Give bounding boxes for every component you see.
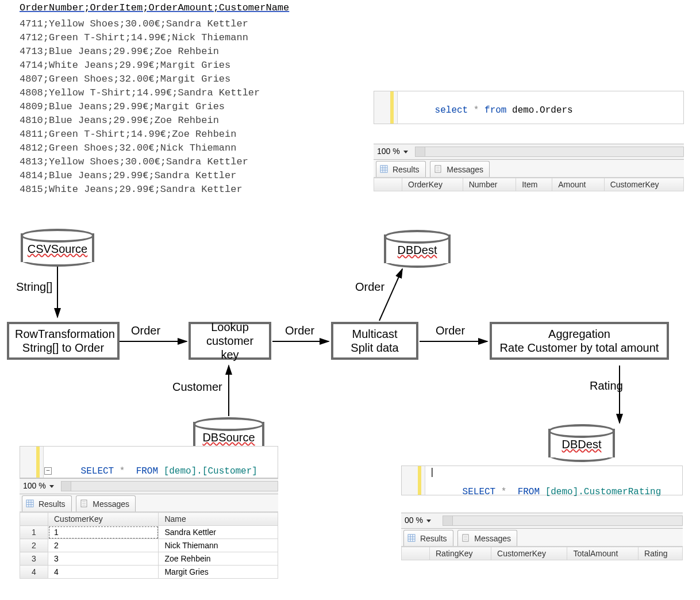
dropdown-icon[interactable] xyxy=(426,520,431,522)
customer-grid[interactable]: CustomerKeyName11Sandra Kettler22Nick Th… xyxy=(20,512,278,579)
dbdest-orders-node: DBDest xyxy=(384,230,451,268)
aggregation-l2: Rate Customer by total amount xyxy=(498,341,661,355)
csvsource-node: CSVSource xyxy=(21,229,94,267)
lookup-l2: customer key xyxy=(197,334,263,361)
svg-rect-25 xyxy=(408,534,415,541)
page-icon xyxy=(461,531,470,547)
cell[interactable]: 4 xyxy=(20,566,48,579)
hscroll-rating[interactable] xyxy=(443,516,683,526)
cell[interactable]: Sandra Kettler xyxy=(159,526,278,539)
svg-rect-16 xyxy=(26,500,33,507)
csv-header: OrderNumber;OrderItem;OrderAmount;Custom… xyxy=(20,2,289,13)
col-header[interactable]: Number xyxy=(463,178,516,191)
csv-rows: 4711;Yellow Shoes;30.00€;Sandra Kettler … xyxy=(20,17,260,197)
multicast-l1: Multicast xyxy=(339,327,410,341)
edge-csv-row: String[] xyxy=(16,280,52,294)
dbdest-rating-label: DBDest xyxy=(562,438,602,451)
grid-icon xyxy=(26,497,34,513)
col-header[interactable] xyxy=(20,513,48,526)
dbdest-rating-node: DBDest xyxy=(548,424,615,462)
col-header[interactable] xyxy=(374,178,402,191)
col-header[interactable]: RatingKey xyxy=(430,547,491,560)
cell[interactable]: 2 xyxy=(48,539,159,552)
col-header[interactable]: CustomerKey xyxy=(491,547,567,560)
hscroll-customer[interactable] xyxy=(61,481,278,491)
edge-row-lookup: Order xyxy=(131,324,160,337)
col-header[interactable]: CustomerKey xyxy=(48,513,159,526)
zoom-rating[interactable]: 00 % xyxy=(405,516,423,525)
orders-grid[interactable]: OrderKeyNumberItemAmountCustomerKey xyxy=(374,178,684,191)
dropdown-icon[interactable] xyxy=(403,151,408,153)
cursor-bar: | xyxy=(429,466,435,477)
col-header[interactable] xyxy=(402,547,430,560)
sql-panel-customer: SELECT * FROM [demo].[Customer] − 100 % … xyxy=(20,446,278,599)
edge-dbsrc-lookup: Customer xyxy=(172,380,222,394)
cell[interactable]: Margit Gries xyxy=(159,566,278,579)
zoom-orders[interactable]: 100 % xyxy=(377,147,400,156)
svg-rect-7 xyxy=(380,166,387,172)
col-header[interactable]: Name xyxy=(159,513,278,526)
tab-results-rating[interactable]: Results xyxy=(403,530,453,547)
csvsource-label: CSVSource xyxy=(28,243,88,255)
cell[interactable]: 4 xyxy=(48,566,159,579)
tab-results-customer[interactable]: Results xyxy=(22,495,72,512)
dbdest-orders-label: DBDest xyxy=(398,244,437,256)
edge-multi-agg: Order xyxy=(436,324,465,337)
cell[interactable]: 3 xyxy=(20,552,48,566)
edge-lookup-multi: Order xyxy=(285,324,314,337)
col-header[interactable]: CustomerKey xyxy=(604,178,683,191)
rowtransformation-l1: RowTransformation xyxy=(15,327,111,341)
hscroll-orders[interactable] xyxy=(415,147,684,157)
sql-panel-orders: select * from demo.Orders 100 % Results … xyxy=(374,91,684,206)
multicast-node: Multicast Split data xyxy=(331,322,418,360)
multicast-l2: Split data xyxy=(339,341,410,355)
grid-icon xyxy=(380,162,388,178)
fold-icon[interactable]: − xyxy=(44,467,52,475)
rowtransformation-l2: String[] to Order xyxy=(15,341,111,355)
col-header[interactable]: Amount xyxy=(552,178,604,191)
svg-line-4 xyxy=(379,269,402,321)
col-header[interactable]: Item xyxy=(516,178,552,191)
aggregation-l1: Aggregation xyxy=(498,327,661,341)
rating-grid[interactable]: RatingKeyCustomerKeyTotalAmountRating xyxy=(401,547,683,560)
cell[interactable]: 1 xyxy=(48,526,159,539)
page-icon xyxy=(434,162,442,178)
tab-messages-customer[interactable]: Messages xyxy=(76,495,136,512)
cell[interactable]: Zoe Rehbein xyxy=(159,552,278,566)
zoom-customer[interactable]: 100 % xyxy=(23,481,46,490)
page-icon xyxy=(80,497,88,513)
dbsource-label: DBSource xyxy=(202,431,255,444)
edge-agg-dbdest2: Rating xyxy=(590,379,623,393)
sql-rating-code[interactable]: SELECT * FROM [demo].CustomerRating xyxy=(429,476,661,507)
cell[interactable]: Nick Thiemann xyxy=(159,539,278,552)
cell[interactable]: 3 xyxy=(48,552,159,566)
col-header[interactable]: OrderKey xyxy=(402,178,463,191)
aggregation-node: Aggregation Rate Customer by total amoun… xyxy=(490,322,669,360)
tab-messages-orders[interactable]: Messages xyxy=(430,161,490,178)
dropdown-icon[interactable] xyxy=(49,485,54,488)
col-header[interactable]: Rating xyxy=(639,547,683,560)
cell[interactable]: 1 xyxy=(20,526,48,539)
lookup-l1: Lookup xyxy=(197,320,263,334)
rowtransformation-node: RowTransformation String[] to Order xyxy=(7,322,120,360)
cell[interactable]: 2 xyxy=(20,539,48,552)
col-header[interactable]: TotalAmount xyxy=(567,547,639,560)
lookup-node: Lookup customer key xyxy=(189,322,271,360)
sql-orders-code[interactable]: select * from demo.Orders xyxy=(402,95,573,126)
tab-results-orders[interactable]: Results xyxy=(376,161,426,178)
tab-messages-rating[interactable]: Messages xyxy=(457,530,517,547)
sql-panel-rating: SELECT * FROM [demo].CustomerRating | 00… xyxy=(401,466,683,569)
edge-multi-dbdest: Order xyxy=(355,280,384,294)
grid-icon xyxy=(407,531,416,547)
